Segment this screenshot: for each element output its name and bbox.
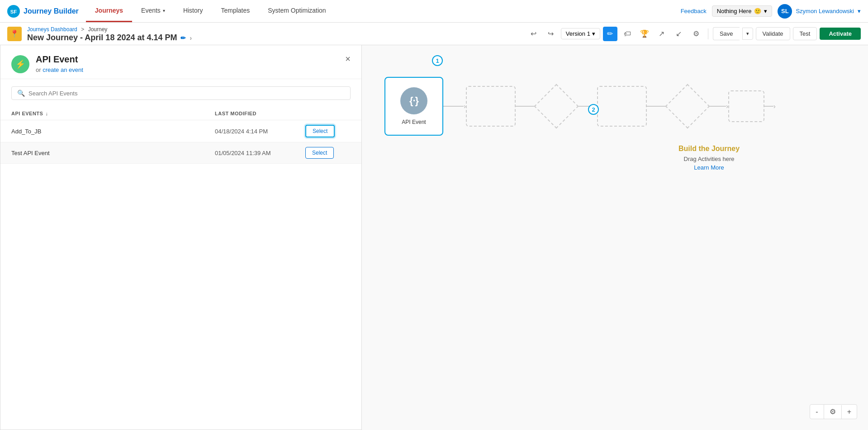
journey-name-row: New Journey - April 18 2024 at 4.14 PM ✏… [27, 33, 192, 43]
api-event-panel: ⚡ API Event or create an event × 🔍 API E… [0, 45, 362, 430]
search-row: 🔍 [0, 79, 361, 107]
col-modified-header: LAST MODIFIED [215, 111, 305, 116]
panel-header: ⚡ API Event or create an event × [0, 45, 361, 79]
events-caret-icon: ▾ [163, 8, 165, 13]
zoom-controls: - ⚙ + [810, 404, 857, 419]
table-header: API EVENTS ↓ LAST MODIFIED [0, 107, 361, 120]
api-event-node-label: API Event [402, 119, 426, 125]
forward-arrow-icon[interactable]: › [190, 34, 192, 42]
activate-button[interactable]: Activate [820, 28, 861, 40]
api-event-node-icon: {·} [400, 87, 427, 114]
tab-history[interactable]: History [174, 0, 212, 22]
event-modified: 04/18/2024 4:14 PM [215, 128, 305, 135]
event-name: Add_To_JB [11, 128, 215, 135]
event-name: Test API Event [11, 150, 215, 156]
event-action: Select [305, 147, 351, 159]
app-logo: SF Journey Builder [0, 5, 86, 18]
connector-1: › [443, 103, 466, 110]
toolbar: 📍 Journeys Dashboard > Journey New Journ… [0, 23, 868, 45]
api-event-icon: ⚡ [11, 55, 29, 73]
build-journey-section: Build the Journey Drag Activities here L… [678, 145, 740, 171]
journey-title-section: Journeys Dashboard > Journey New Journey… [27, 25, 192, 43]
step-2-badge: 2 [588, 104, 599, 115]
divider [708, 28, 708, 39]
placeholder-2 [597, 86, 647, 127]
table-row: Test API Event 01/05/2024 11:39 AM Selec… [0, 142, 361, 164]
exit-icon-button[interactable]: ↗ [655, 27, 669, 41]
panel-title: API Event [36, 54, 83, 65]
svg-text:SF: SF [10, 9, 17, 14]
build-title: Build the Journey [678, 145, 740, 153]
user-menu[interactable]: SL Szymon Lewandowski ▾ [778, 4, 861, 19]
journey-icon: 📍 [7, 27, 22, 41]
dropdown-caret-icon: ▾ [764, 8, 767, 14]
undo-button[interactable]: ↩ [526, 27, 541, 41]
tab-journeys[interactable]: Journeys [86, 0, 132, 22]
feedback-button[interactable]: Feedback [681, 8, 707, 14]
toolbar-actions: ↩ ↪ Version 1 ▾ ✏ 🏷 🏆 ↗ ↙ ⚙ Save ▾ Valid… [526, 27, 861, 41]
step-1-badge: 1 [432, 55, 443, 66]
tab-system-optimization[interactable]: System Optimization [259, 0, 335, 22]
journey-canvas: 1 2 {·} API Event › [362, 45, 868, 430]
nothing-here-dropdown[interactable]: Nothing Here 🙂 ▾ [712, 5, 773, 17]
user-caret-icon: ▾ [858, 8, 861, 14]
tab-templates[interactable]: Templates [212, 0, 259, 22]
select-button-1[interactable]: Select [305, 125, 335, 137]
zoom-settings-button[interactable]: ⚙ [824, 405, 841, 419]
nav-right: Feedback Nothing Here 🙂 ▾ SL Szymon Lewa… [681, 4, 868, 19]
search-input[interactable] [28, 90, 345, 97]
select-button-2[interactable]: Select [305, 147, 334, 159]
settings-icon-button[interactable]: ⚙ [689, 27, 703, 41]
import-icon-button[interactable]: ↙ [672, 27, 686, 41]
event-action: Select [305, 125, 351, 137]
col-event-header: API EVENTS ↓ [11, 111, 215, 116]
validate-button[interactable]: Validate [756, 27, 790, 40]
sort-arrow-icon[interactable]: ↓ [45, 111, 48, 116]
pencil-tool-button[interactable]: ✏ [603, 27, 617, 41]
tab-events[interactable]: Events ▾ [132, 0, 174, 22]
diamond-placeholder-1 [538, 88, 574, 124]
breadcrumb-dashboard-link[interactable]: Journeys Dashboard [27, 26, 77, 33]
api-event-node[interactable]: {·} API Event [384, 77, 443, 136]
trophy-icon-button[interactable]: 🏆 [637, 27, 652, 41]
learn-more-link[interactable]: Learn More [678, 164, 740, 171]
save-button[interactable]: Save [713, 27, 740, 40]
zoom-plus-button[interactable]: + [841, 405, 857, 419]
top-navigation: SF Journey Builder Journeys Events ▾ His… [0, 0, 868, 23]
panel-subtitle: or create an event [36, 66, 83, 73]
placeholder-3 [728, 90, 764, 122]
journey-flow: {·} API Event › › [384, 77, 854, 136]
table-row: Add_To_JB 04/18/2024 4:14 PM Select [0, 120, 361, 142]
tag-icon-button[interactable]: 🏷 [620, 27, 635, 41]
placeholder-1 [466, 86, 516, 127]
nav-tabs: Journeys Events ▾ History Templates Syst… [86, 0, 335, 22]
edit-icon[interactable]: ✏ [180, 34, 186, 42]
zoom-minus-button[interactable]: - [810, 405, 823, 419]
build-subtitle: Drag Activities here [678, 156, 740, 162]
events-table: API EVENTS ↓ LAST MODIFIED Add_To_JB 04/… [0, 107, 361, 430]
search-wrap: 🔍 [11, 86, 351, 100]
app-title: Journey Builder [24, 7, 79, 15]
version-dropdown[interactable]: Version 1 ▾ [561, 28, 600, 39]
breadcrumb-separator: > [81, 26, 84, 33]
avatar: SL [778, 4, 792, 19]
diamond-placeholder-2 [669, 88, 706, 124]
search-icon: 🔍 [17, 90, 25, 97]
breadcrumb: Journeys Dashboard > Journey [27, 25, 192, 33]
smiley-icon: 🙂 [754, 8, 761, 14]
create-event-link[interactable]: create an event [43, 66, 83, 73]
breadcrumb-page: Journey [88, 26, 108, 33]
redo-button[interactable]: ↪ [544, 27, 558, 41]
version-caret-icon: ▾ [592, 30, 595, 37]
test-button[interactable]: Test [793, 27, 817, 40]
event-modified: 01/05/2024 11:39 AM [215, 150, 305, 156]
save-split-caret[interactable]: ▾ [742, 28, 753, 40]
api-event-card[interactable]: {·} API Event [384, 77, 443, 136]
close-button[interactable]: × [345, 54, 351, 63]
main-area: ⚡ API Event or create an event × 🔍 API E… [0, 45, 868, 430]
